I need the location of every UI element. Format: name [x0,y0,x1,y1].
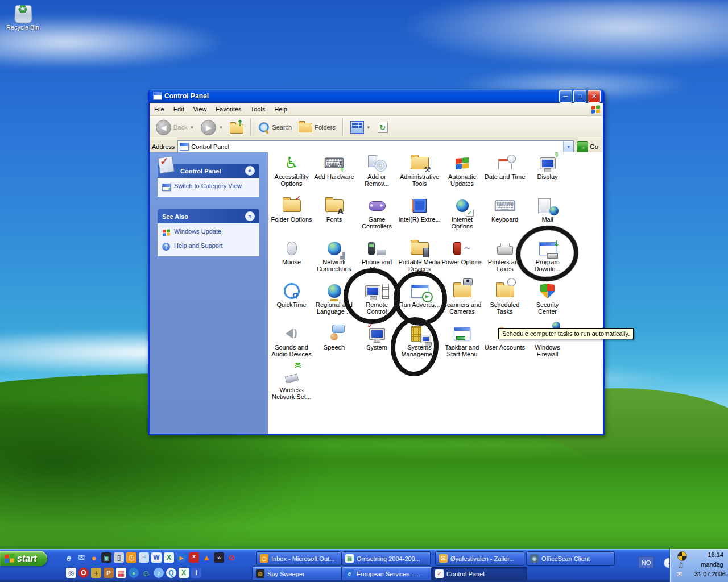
cp-item-date-and-time[interactable]: Date and Time [483,153,526,196]
cp-item-scheduled-tasks[interactable]: Scheduled Tasks [483,281,526,323]
calendar-icon[interactable]: ▦ [116,568,126,578]
cp-item-add-hardware[interactable]: ⌨+Add Hardware [313,153,355,196]
search-button[interactable]: Search [255,120,295,135]
close-button[interactable]: ✕ [588,90,601,103]
cp-item-quicktime[interactable]: QQuickTime [270,281,313,323]
cp-item-internet-options[interactable]: ✓Internet Options [441,196,483,238]
itunes-icon[interactable]: ♪ [154,568,164,578]
cp-item-system[interactable]: ✓System [355,324,398,366]
messenger-icon[interactable]: ☺ [141,568,151,578]
minimize-button[interactable]: ─ [559,90,572,103]
menu-item-help[interactable]: Help [270,104,292,114]
refresh-button[interactable]: ↻ [375,120,391,135]
vlc-icon[interactable]: ▲ [201,552,212,563]
terminal-icon[interactable]: ▣ [101,552,111,563]
folders-button[interactable]: Folders [296,121,338,134]
cp-item-add-or-remov[interactable]: Add or Remov... [355,153,398,196]
app-gold-icon[interactable]: + [91,568,101,578]
task-button-european-services[interactable]: eEuropean Services - ... [341,567,436,581]
media-player-icon[interactable]: ▶ [176,552,187,563]
chevron-up-icon[interactable]: « [245,211,255,221]
panel-header[interactable]: See Also« [158,209,259,223]
recycle-bin[interactable]: ♻ Recycle Bin [5,2,41,31]
spysweeper-tray-icon[interactable] [677,551,687,561]
language-indicator[interactable]: NO [638,556,654,568]
address-combo[interactable]: Control Panel ▼ [177,140,574,153]
search-doc-icon[interactable]: ◎ [66,568,76,578]
task-button-yafestivalen-zailor[interactable]: ✉Øyafestivalen - Zailor... [435,551,524,566]
pencil-icon[interactable]: P [104,568,114,578]
outlook-icon[interactable]: ◷ [126,552,136,563]
back-button[interactable]: ◀ Back ▼ [153,118,197,137]
cp-item-run-advertis[interactable]: ▶Run Advertis... [398,281,441,323]
cp-item-sounds-and-audio-devices[interactable]: )Sounds and Audio Devices [270,324,313,366]
menu-item-favorites[interactable]: Favorites [211,104,246,114]
cp-item-game-controllers[interactable]: ● ●Game Controllers [355,196,398,238]
app-blue-icon[interactable]: i [191,568,201,578]
cp-item-regional-and-language[interactable]: Regional and Language ... [313,281,355,323]
ie-icon[interactable]: e [64,552,74,563]
cp-item-phone-and-mo[interactable]: Phone and Mo... [355,239,398,281]
outlook-express-icon[interactable]: ✉ [76,552,86,563]
cp-item-power-options[interactable]: ~Power Options [441,239,483,281]
chevron-up-icon[interactable]: « [245,166,255,176]
word-icon[interactable]: W [151,552,162,563]
excel-doc-icon[interactable]: X [179,568,189,578]
views-button[interactable]: ▼ [348,119,374,135]
app-dark-icon[interactable]: » [214,552,224,563]
mail-tray-icon[interactable]: ✉ [675,570,684,579]
cp-item-wireless-network-set[interactable]: )))Wireless Network Set... [270,367,313,409]
task-button-control-panel[interactable]: ✓Control Panel [431,567,527,581]
cp-item-automatic-updates[interactable]: Automatic Updates [441,153,483,196]
forward-button[interactable]: ▶ ▼ [198,118,226,137]
forward-dropdown-icon[interactable]: ▼ [218,125,223,130]
winamp-icon[interactable]: * [189,552,199,563]
menu-item-file[interactable]: File [150,104,169,114]
notes-icon[interactable]: ≡ [139,552,149,563]
cp-item-security-center[interactable]: Security Center [526,281,569,323]
excel-icon[interactable]: X [164,552,174,563]
cp-item-scanners-and-cameras[interactable]: ●Scanners and Cameras [441,281,483,323]
menu-item-tools[interactable]: Tools [246,104,270,114]
google-earth-icon[interactable]: ● [129,568,139,578]
address-dropdown-button[interactable]: ▼ [563,142,573,152]
volume-icon[interactable]: ♫ [676,561,685,569]
cp-item-mouse[interactable]: Mouse [270,239,313,281]
firefox-icon[interactable]: ● [89,552,99,563]
sidebar-link-switch-to-category-view[interactable]: →Switch to Category View [162,182,255,192]
cp-item-program-downlo[interactable]: ↓Program Downlo... [526,239,569,281]
go-button[interactable]: → Go [577,141,601,152]
cp-item-administrative-tools[interactable]: ⚒Administrative Tools [398,153,441,196]
start-button[interactable]: start [0,551,47,566]
cp-item-taskbar-and-start-menu[interactable]: Taskbar and Start Menu [441,324,483,366]
task-button-inbox-microsoft-out[interactable]: ◷Inbox - Microsoft Out... [256,551,341,566]
menu-item-view[interactable]: View [189,104,212,114]
cp-item-remote-control[interactable]: Remote Control [355,281,398,323]
cp-item-folder-options[interactable]: ✓Folder Options [270,196,313,238]
cp-item-portable-media-devices[interactable]: Portable Media Devices [398,239,441,281]
quicktime-icon[interactable]: Q [166,568,176,578]
cp-item-speech[interactable]: Speech [313,324,355,366]
titlebar[interactable]: Control Panel ─ □ ✕ [150,89,603,103]
opera-icon[interactable]: O [78,568,89,578]
cp-item-fonts[interactable]: AFonts [313,196,355,238]
task-button-spy-sweeper[interactable]: ◍Spy Sweeper [252,567,342,581]
cp-item-keyboard[interactable]: ⌨Keyboard [483,196,526,238]
cp-item-printers-and-faxes[interactable]: Printers and Faxes [483,239,526,281]
menu-item-edit[interactable]: Edit [169,104,189,114]
pda-icon[interactable]: ▯ [114,552,124,563]
cp-item-intel-r-extre[interactable]: Intel(R) Extre... [398,196,441,238]
sidebar-link-windows-update[interactable]: Windows Update [162,228,255,237]
sidebar-link-help-and-support[interactable]: ?Help and Support [162,242,255,251]
task-button-omsetning-2004-200[interactable]: ▦Omsetning 2004-200... [341,551,431,566]
maximize-button[interactable]: □ [573,90,586,103]
task-button-officescan-client[interactable]: ◉OfficeScan Client [526,551,615,566]
cp-item-network-connections[interactable]: ▟Network Connections [313,239,355,281]
cp-item-accessibility-options[interactable]: ♿Accessibility Options [270,153,313,196]
no-entry-icon[interactable]: ⊘ [226,552,237,563]
cp-item-mail[interactable]: Mail [526,196,569,238]
up-button[interactable]: ↑ [227,119,246,135]
cp-item-display[interactable]: ✎Display [526,153,569,196]
back-dropdown-icon[interactable]: ▼ [189,125,194,130]
cp-item-systems-management[interactable]: Systems Management [398,324,441,366]
